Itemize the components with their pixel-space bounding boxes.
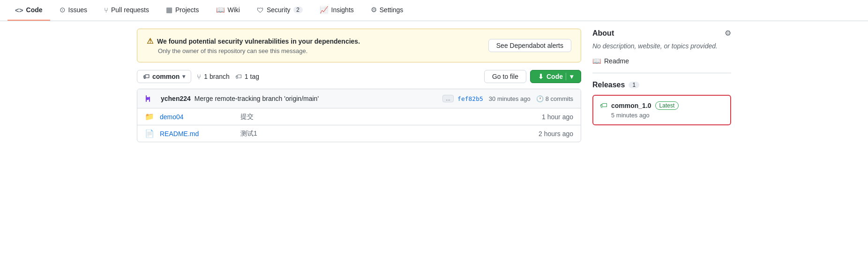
alert-subtitle: Only the owner of this repository can se… bbox=[158, 47, 360, 54]
table-row: 📄 README.md 测试1 2 hours ago bbox=[137, 125, 581, 142]
file-commit-readme: 测试1 bbox=[240, 130, 533, 138]
commit-graph-icon bbox=[145, 94, 154, 103]
alert-title: ⚠ We found potential security vulnerabil… bbox=[147, 37, 360, 46]
security-icon: 🛡 bbox=[257, 6, 264, 14]
release-time: 5 minutes ago bbox=[611, 112, 724, 119]
insights-icon: 📈 bbox=[320, 6, 329, 14]
svg-rect-2 bbox=[149, 97, 150, 102]
settings-icon: ⚙ bbox=[371, 6, 377, 14]
branch-row: 🏷 common ▾ ⑂ 1 branch 🏷 1 tag Go to file… bbox=[137, 70, 581, 83]
tab-insights[interactable]: 📈 Insights bbox=[312, 0, 361, 21]
releases-count-badge: 1 bbox=[629, 82, 639, 88]
alert-left: ⚠ We found potential security vulnerabil… bbox=[147, 37, 360, 54]
release-name-row: 🏷 common_1.0 Latest bbox=[600, 101, 724, 110]
about-section: About ⚙ No description, website, or topi… bbox=[592, 29, 731, 73]
file-time-readme: 2 hours ago bbox=[539, 130, 573, 138]
branch-count-link[interactable]: ⑂ 1 branch bbox=[197, 73, 229, 81]
download-icon: ⬇ bbox=[538, 73, 544, 80]
branch-selector[interactable]: 🏷 common ▾ bbox=[137, 70, 191, 83]
projects-icon: ▦ bbox=[166, 6, 172, 14]
chevron-down-icon: ▾ bbox=[182, 73, 185, 80]
branch-selector-icon: 🏷 bbox=[143, 73, 150, 80]
tab-settings[interactable]: ⚙ Settings bbox=[363, 0, 411, 21]
repo-nav: <> Code ⊙ Issues ⑂ Pull requests ▦ Proje… bbox=[0, 0, 868, 21]
commit-hash[interactable]: fef82b5 bbox=[457, 95, 483, 102]
gear-icon[interactable]: ⚙ bbox=[725, 29, 731, 38]
issues-icon: ⊙ bbox=[60, 6, 66, 14]
code-icon: <> bbox=[15, 6, 23, 14]
commit-author[interactable]: ychen224 bbox=[161, 95, 191, 102]
branch-left: 🏷 common ▾ ⑂ 1 branch 🏷 1 tag bbox=[137, 70, 259, 83]
left-column: ⚠ We found potential security vulnerabil… bbox=[137, 29, 581, 142]
branch-right: Go to file ⬇ Code ▾ bbox=[484, 70, 581, 83]
tab-wiki[interactable]: 📖 Wiki bbox=[209, 0, 247, 21]
about-title: About bbox=[592, 29, 614, 38]
commit-time: 30 minutes ago bbox=[489, 95, 531, 102]
release-name[interactable]: common_1.0 bbox=[611, 102, 651, 109]
file-name-readme[interactable]: README.md bbox=[160, 130, 235, 138]
svg-rect-1 bbox=[146, 95, 147, 102]
security-badge: 2 bbox=[293, 7, 303, 13]
table-row: 📁 demo04 提交 1 hour ago bbox=[137, 108, 581, 125]
file-time-demo04: 1 hour ago bbox=[542, 113, 573, 121]
release-card[interactable]: 🏷 common_1.0 Latest 5 minutes ago bbox=[592, 95, 731, 125]
releases-title: Releases bbox=[592, 81, 625, 89]
commit-ellipsis[interactable]: ... bbox=[442, 95, 454, 102]
commit-message: Merge remote-tracking branch 'origin/mai… bbox=[195, 95, 439, 102]
wiki-icon: 📖 bbox=[216, 6, 225, 14]
security-alert-banner: ⚠ We found potential security vulnerabil… bbox=[137, 29, 581, 62]
tab-security[interactable]: 🛡 Security 2 bbox=[249, 0, 310, 21]
tag-icon: 🏷 bbox=[235, 73, 242, 80]
code-button[interactable]: ⬇ Code ▾ bbox=[530, 70, 581, 83]
pull-request-icon: ⑂ bbox=[104, 6, 108, 14]
releases-header: Releases 1 bbox=[592, 81, 731, 89]
tab-pull-requests[interactable]: ⑂ Pull requests bbox=[97, 0, 157, 21]
tab-projects[interactable]: ▦ Projects bbox=[158, 0, 207, 21]
readme-link[interactable]: 📖 Readme bbox=[592, 57, 731, 65]
main-content: ⚠ We found potential security vulnerabil… bbox=[129, 21, 739, 142]
about-header: About ⚙ bbox=[592, 29, 731, 38]
file-commit-demo04: 提交 bbox=[240, 113, 536, 121]
folder-icon: 📁 bbox=[145, 112, 154, 121]
history-icon: 🕐 bbox=[536, 95, 544, 102]
commit-row: ychen224 Merge remote-tracking branch 'o… bbox=[137, 89, 581, 108]
file-name-demo04[interactable]: demo04 bbox=[160, 113, 235, 121]
about-description: No description, website, or topics provi… bbox=[592, 41, 731, 51]
warning-icon: ⚠ bbox=[147, 37, 153, 46]
releases-section: Releases 1 🏷 common_1.0 Latest 5 minutes… bbox=[592, 81, 731, 125]
code-chevron-down-icon[interactable]: ▾ bbox=[566, 73, 573, 80]
tab-code[interactable]: <> Code bbox=[7, 0, 50, 21]
commit-meta: fef82b5 30 minutes ago 🕐 8 commits bbox=[457, 95, 573, 102]
release-tag-icon: 🏷 bbox=[600, 101, 607, 110]
file-table: ychen224 Merge remote-tracking branch 'o… bbox=[137, 89, 581, 142]
go-to-file-button[interactable]: Go to file bbox=[484, 70, 526, 83]
tab-issues[interactable]: ⊙ Issues bbox=[52, 0, 95, 21]
commits-count-link[interactable]: 🕐 8 commits bbox=[536, 95, 573, 102]
book-icon: 📖 bbox=[592, 57, 601, 65]
branch-icon: ⑂ bbox=[197, 73, 201, 81]
latest-badge: Latest bbox=[655, 101, 679, 110]
file-icon: 📄 bbox=[145, 129, 154, 138]
see-dependabot-alerts-button[interactable]: See Dependabot alerts bbox=[488, 39, 571, 52]
right-sidebar: About ⚙ No description, website, or topi… bbox=[592, 29, 731, 142]
tag-count-link[interactable]: 🏷 1 tag bbox=[235, 73, 259, 80]
